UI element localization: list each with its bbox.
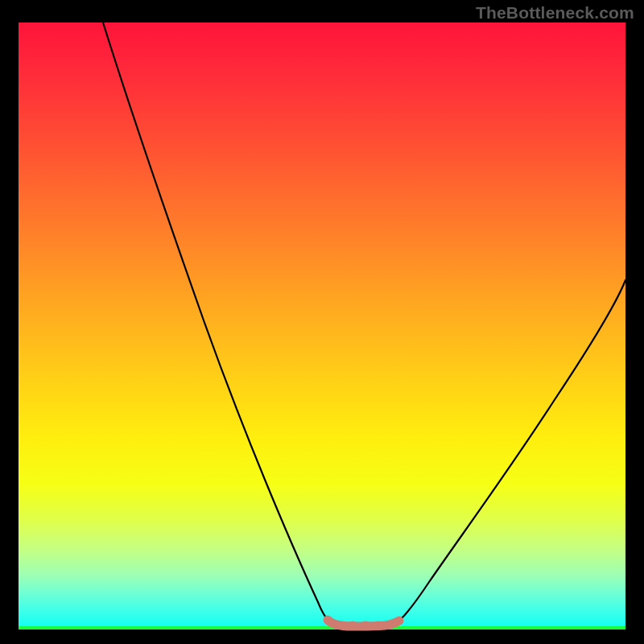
valley-bumps <box>336 624 382 626</box>
right-branch-path <box>397 280 625 622</box>
plot-area <box>19 23 625 630</box>
chart-frame: TheBottleneck.com <box>0 0 644 644</box>
watermark-text: TheBottleneck.com <box>476 3 634 23</box>
curve-overlay <box>19 23 625 630</box>
left-branch-path <box>103 23 331 622</box>
